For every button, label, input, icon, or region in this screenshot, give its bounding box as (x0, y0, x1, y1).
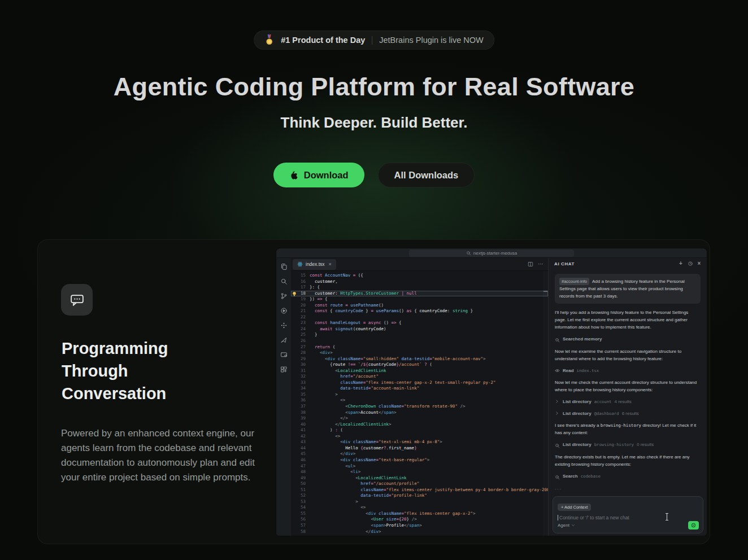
code-line[interactable]: 28 <div> (291, 350, 548, 356)
code-line[interactable]: 35 > (291, 392, 548, 398)
code-line[interactable]: 25 } (291, 332, 548, 338)
mode-selector[interactable]: Agent (558, 523, 575, 528)
ide-window-search[interactable]: nextjs-starter-medusa (409, 250, 574, 257)
line-number: 42 (291, 434, 310, 440)
more-actions-icon[interactable]: ⋯ (538, 262, 544, 266)
medal-icon (264, 34, 274, 46)
run-icon[interactable] (280, 307, 288, 314)
code-line[interactable]: 37 <ChevronDown className="transform rot… (291, 404, 548, 410)
code-line[interactable]: 44 Hello {customer?.first_name} (291, 445, 548, 452)
tool-call-row[interactable]: List directoryaccount4 results (555, 399, 701, 405)
copy-icon[interactable] (280, 263, 288, 270)
code-line-text: className="flex items-center gap-x-2 tex… (310, 380, 496, 386)
code-line[interactable]: 57 <span>Profile</span> (291, 523, 548, 529)
code-line[interactable]: 51 className="flex items-center justify-… (291, 487, 548, 493)
code-line[interactable]: 53 > (291, 499, 548, 505)
all-downloads-button[interactable]: All Downloads (378, 163, 475, 187)
code-line-text: <LocalizedClientLink (310, 368, 386, 374)
code-line[interactable]: 34 data-testid="account-main-link" (291, 386, 548, 392)
code-line[interactable]: 52 data-testid="profile-link" (291, 493, 548, 499)
tool-call-row[interactable]: List directory@dashboard6 results (555, 410, 701, 417)
assistant-message: I see there's already a browsing-history… (555, 422, 701, 436)
chat-input-box[interactable]: + Add Context Continue or '/' to start a… (553, 496, 703, 533)
code-line[interactable]: 41 ) : ( (291, 427, 548, 434)
code-line[interactable]: 36 <> (291, 397, 548, 404)
code-line[interactable]: 33 className="flex items-center gap-x-2 … (291, 380, 548, 386)
history-icon[interactable] (688, 261, 693, 266)
announcement-divider (372, 36, 372, 45)
announcement-plugin-link[interactable]: JetBrains Plugin is live NOW (379, 36, 484, 45)
code-line[interactable]: 48 <li> (291, 469, 548, 475)
close-chat-icon[interactable]: × (698, 261, 701, 266)
tab-index-tsx[interactable]: index.tsx × (293, 259, 336, 270)
code-line[interactable]: 39 </> (291, 415, 548, 422)
code-line[interactable]: 49 <LocalizedClientLink (291, 475, 548, 482)
code-line[interactable]: 43 <div className="text-xl-semi mb-4 px-… (291, 439, 548, 445)
blocks-icon[interactable] (280, 366, 288, 373)
code-line[interactable]: 56 <User size={20} /> (291, 517, 548, 523)
code-line-text: <LocalizedClientLink (310, 475, 407, 482)
code-line[interactable]: 40 </LocalizedClientLink> (291, 422, 548, 428)
code-line[interactable]: 58 </div> (291, 529, 548, 535)
code-line[interactable]: 30 {route !== `/${countryCode}/account` … (291, 362, 548, 368)
line-number: 46 (291, 457, 310, 463)
tool-call-row[interactable]: List directorybrowsing-history0 results (555, 441, 701, 448)
screen-icon[interactable] (280, 351, 288, 358)
code-line[interactable]: 50 href="/account/profile" (291, 481, 548, 487)
feature-heading: Programming Through Conversation (62, 337, 206, 405)
code-line[interactable]: 32 href="/account" (291, 374, 548, 380)
code-line[interactable]: 17}: { (291, 285, 548, 291)
line-number: 36 (291, 397, 310, 404)
lightbulb-icon[interactable] (292, 291, 297, 296)
editor-tabbar: index.tsx × ⋯ (291, 258, 548, 271)
code-line[interactable]: 47 <ul> (291, 463, 548, 470)
context-tag[interactable]: #account-info (559, 278, 589, 285)
code-line[interactable]: 19}) => { (291, 296, 548, 303)
code-line[interactable]: 18 customer: HttpTypes.StoreCustomer | n… (291, 291, 548, 297)
code-line[interactable]: 55 <div className="flex items-center gap… (291, 511, 548, 517)
code-line[interactable]: 16 customer, (291, 279, 548, 285)
line-number: 29 (291, 356, 310, 362)
line-number: 55 (291, 511, 310, 517)
react-icon (297, 261, 303, 267)
split-editor-icon[interactable] (528, 261, 533, 267)
line-number: 20 (291, 303, 310, 309)
chat-input-field[interactable]: Continue or '/' to start a new chat (558, 515, 698, 520)
code-editor[interactable]: 15const AccountNav = ({16 customer,17}: … (291, 271, 548, 536)
download-button[interactable]: Download (273, 163, 364, 187)
git-branch-icon[interactable] (280, 292, 288, 300)
send-button[interactable] (688, 521, 699, 530)
code-line[interactable]: 46 <div className="text-base-regular"> (291, 457, 548, 463)
tool-call-row[interactable]: Searchcodebase (555, 473, 701, 480)
tool-call-row[interactable]: Searched memory (555, 336, 701, 343)
tab-close-icon[interactable]: × (329, 261, 332, 267)
code-line[interactable]: 42 <> (291, 434, 548, 440)
line-number: 37 (291, 404, 310, 410)
search-icon[interactable] (280, 278, 288, 285)
code-line[interactable]: 54 <> (291, 505, 548, 511)
new-chat-icon[interactable]: + (679, 261, 682, 266)
code-line[interactable]: 26 (291, 338, 548, 344)
dots-icon[interactable] (280, 322, 288, 329)
code-line[interactable]: 45 </div> (291, 451, 548, 457)
code-line[interactable]: 24 await signout(countryCode) (291, 326, 548, 333)
deploy-icon[interactable] (280, 336, 288, 344)
tool-call-row[interactable]: Readindex.tsx (555, 368, 701, 374)
add-context-button[interactable]: + Add Context (558, 504, 591, 511)
line-number: 41 (291, 427, 310, 434)
code-line[interactable]: 27 return ( (291, 344, 548, 351)
code-line-text: <div className="text-base-regular"> (310, 457, 429, 463)
code-line[interactable]: 23 const handleLogout = async () => { (291, 320, 548, 326)
code-line[interactable]: 15const AccountNav = ({ (291, 273, 548, 279)
code-line[interactable]: 21 const { countryCode } = useParams() a… (291, 308, 548, 314)
code-line-text: </div> (310, 451, 355, 457)
code-line[interactable]: 29 <div className="small:hidden" data-te… (291, 356, 548, 362)
user-message: #account-infoAdd a browsing history feat… (555, 274, 701, 304)
code-line[interactable]: 31 <LocalizedClientLink (291, 368, 548, 374)
code-line[interactable]: 20 const route = usePathname() (291, 303, 548, 309)
code-line[interactable]: 22 (291, 314, 548, 321)
assistant-message: I'll help you add a browsing history fea… (555, 309, 701, 331)
code-line-text: <> (310, 397, 345, 404)
search-icon (466, 251, 471, 256)
code-line[interactable]: 38 <span>Account</span> (291, 410, 548, 416)
